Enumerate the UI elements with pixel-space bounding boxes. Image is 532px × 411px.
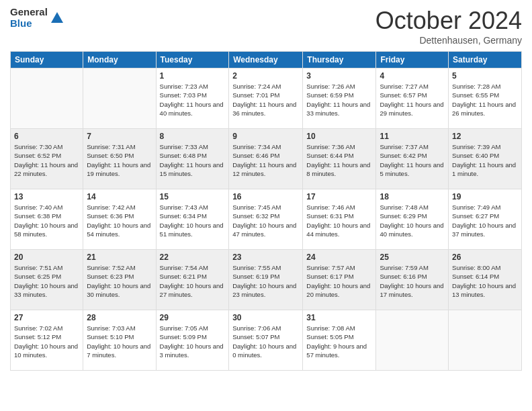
day-info: Sunrise: 7:46 AM Sunset: 6:31 PM Dayligh… <box>306 203 372 238</box>
table-row: 10Sunrise: 7:36 AM Sunset: 6:44 PM Dayli… <box>303 129 376 189</box>
day-number: 26 <box>452 253 518 262</box>
day-info: Sunrise: 7:27 AM Sunset: 6:57 PM Dayligh… <box>380 82 445 118</box>
header: General Blue October 2024 Dettenhausen, … <box>10 7 522 46</box>
day-number: 10 <box>306 132 372 141</box>
table-row: 25Sunrise: 7:59 AM Sunset: 6:16 PM Dayli… <box>376 250 449 310</box>
table-row: 8Sunrise: 7:33 AM Sunset: 6:48 PM Daylig… <box>156 129 229 189</box>
location: Dettenhausen, Germany <box>375 35 522 46</box>
day-number: 8 <box>160 132 226 141</box>
col-saturday: Saturday <box>449 52 522 68</box>
day-number: 20 <box>14 253 79 262</box>
table-row <box>449 310 522 371</box>
day-info: Sunrise: 7:49 AM Sunset: 6:27 PM Dayligh… <box>452 203 518 238</box>
calendar-header-row: Sunday Monday Tuesday Wednesday Thursday… <box>11 52 522 68</box>
table-row: 5Sunrise: 7:28 AM Sunset: 6:55 PM Daylig… <box>449 68 522 129</box>
table-row: 11Sunrise: 7:37 AM Sunset: 6:42 PM Dayli… <box>376 129 449 189</box>
day-info: Sunrise: 7:45 AM Sunset: 6:32 PM Dayligh… <box>232 203 299 238</box>
day-number: 15 <box>160 192 226 201</box>
day-number: 12 <box>452 132 518 141</box>
day-number: 13 <box>14 192 79 201</box>
day-number: 11 <box>380 132 445 141</box>
table-row: 17Sunrise: 7:46 AM Sunset: 6:31 PM Dayli… <box>303 189 376 250</box>
day-info: Sunrise: 7:06 AM Sunset: 5:07 PM Dayligh… <box>232 324 299 359</box>
day-number: 4 <box>380 71 445 81</box>
table-row: 31Sunrise: 7:08 AM Sunset: 5:05 PM Dayli… <box>303 310 376 371</box>
table-row: 14Sunrise: 7:42 AM Sunset: 6:36 PM Dayli… <box>83 189 156 250</box>
calendar-week-row: 6Sunrise: 7:30 AM Sunset: 6:52 PM Daylig… <box>11 129 522 189</box>
table-row: 22Sunrise: 7:54 AM Sunset: 6:21 PM Dayli… <box>156 250 229 310</box>
day-info: Sunrise: 7:40 AM Sunset: 6:38 PM Dayligh… <box>14 203 79 238</box>
day-info: Sunrise: 7:08 AM Sunset: 5:05 PM Dayligh… <box>306 324 372 359</box>
col-thursday: Thursday <box>303 52 376 68</box>
calendar-week-row: 1Sunrise: 7:23 AM Sunset: 7:03 PM Daylig… <box>11 68 522 129</box>
calendar-week-row: 13Sunrise: 7:40 AM Sunset: 6:38 PM Dayli… <box>11 189 522 250</box>
table-row: 1Sunrise: 7:23 AM Sunset: 7:03 PM Daylig… <box>156 68 229 129</box>
month-title: October 2024 <box>375 7 522 35</box>
logo-text: General Blue <box>10 7 48 29</box>
day-number: 19 <box>452 192 518 201</box>
calendar-table: Sunday Monday Tuesday Wednesday Thursday… <box>10 51 522 371</box>
day-number: 23 <box>232 253 299 262</box>
day-info: Sunrise: 7:39 AM Sunset: 6:40 PM Dayligh… <box>452 142 518 178</box>
table-row: 9Sunrise: 7:34 AM Sunset: 6:46 PM Daylig… <box>229 129 303 189</box>
day-info: Sunrise: 7:23 AM Sunset: 7:03 PM Dayligh… <box>160 82 226 118</box>
day-number: 29 <box>160 313 226 322</box>
table-row: 29Sunrise: 7:05 AM Sunset: 5:09 PM Dayli… <box>156 310 229 371</box>
day-info: Sunrise: 7:30 AM Sunset: 6:52 PM Dayligh… <box>14 142 79 178</box>
title-area: October 2024 Dettenhausen, Germany <box>375 7 522 46</box>
table-row <box>83 68 156 129</box>
day-number: 28 <box>87 313 152 322</box>
day-number: 1 <box>160 71 226 81</box>
day-info: Sunrise: 7:59 AM Sunset: 6:16 PM Dayligh… <box>380 263 445 299</box>
day-number: 16 <box>232 192 299 201</box>
day-info: Sunrise: 7:55 AM Sunset: 6:19 PM Dayligh… <box>232 263 299 299</box>
day-number: 25 <box>380 253 445 262</box>
day-info: Sunrise: 7:43 AM Sunset: 6:34 PM Dayligh… <box>160 203 226 238</box>
table-row: 7Sunrise: 7:31 AM Sunset: 6:50 PM Daylig… <box>83 129 156 189</box>
table-row <box>376 310 449 371</box>
logo-icon <box>50 11 64 26</box>
day-info: Sunrise: 7:48 AM Sunset: 6:29 PM Dayligh… <box>380 203 445 238</box>
table-row: 26Sunrise: 8:00 AM Sunset: 6:14 PM Dayli… <box>449 250 522 310</box>
day-info: Sunrise: 7:31 AM Sunset: 6:50 PM Dayligh… <box>87 142 152 178</box>
table-row: 28Sunrise: 7:03 AM Sunset: 5:10 PM Dayli… <box>83 310 156 371</box>
table-row: 27Sunrise: 7:02 AM Sunset: 5:12 PM Dayli… <box>11 310 83 371</box>
main-container: General Blue October 2024 Dettenhausen, … <box>0 0 532 377</box>
day-info: Sunrise: 7:05 AM Sunset: 5:09 PM Dayligh… <box>160 324 226 359</box>
day-info: Sunrise: 7:42 AM Sunset: 6:36 PM Dayligh… <box>87 203 152 238</box>
day-info: Sunrise: 7:26 AM Sunset: 6:59 PM Dayligh… <box>306 82 372 118</box>
day-info: Sunrise: 7:28 AM Sunset: 6:55 PM Dayligh… <box>452 82 518 118</box>
table-row: 30Sunrise: 7:06 AM Sunset: 5:07 PM Dayli… <box>229 310 303 371</box>
day-info: Sunrise: 7:57 AM Sunset: 6:17 PM Dayligh… <box>306 263 372 299</box>
table-row <box>11 68 83 129</box>
day-number: 22 <box>160 253 226 262</box>
day-number: 17 <box>306 192 372 201</box>
table-row: 15Sunrise: 7:43 AM Sunset: 6:34 PM Dayli… <box>156 189 229 250</box>
day-number: 2 <box>232 71 299 81</box>
table-row: 4Sunrise: 7:27 AM Sunset: 6:57 PM Daylig… <box>376 68 449 129</box>
table-row: 21Sunrise: 7:52 AM Sunset: 6:23 PM Dayli… <box>83 250 156 310</box>
table-row: 12Sunrise: 7:39 AM Sunset: 6:40 PM Dayli… <box>449 129 522 189</box>
day-info: Sunrise: 7:24 AM Sunset: 7:01 PM Dayligh… <box>232 82 299 118</box>
table-row: 18Sunrise: 7:48 AM Sunset: 6:29 PM Dayli… <box>376 189 449 250</box>
day-number: 24 <box>306 253 372 262</box>
day-info: Sunrise: 7:34 AM Sunset: 6:46 PM Dayligh… <box>232 142 299 178</box>
calendar-week-row: 27Sunrise: 7:02 AM Sunset: 5:12 PM Dayli… <box>11 310 522 371</box>
day-info: Sunrise: 7:52 AM Sunset: 6:23 PM Dayligh… <box>87 263 152 299</box>
col-friday: Friday <box>376 52 449 68</box>
day-number: 21 <box>87 253 152 262</box>
day-info: Sunrise: 7:03 AM Sunset: 5:10 PM Dayligh… <box>87 324 152 359</box>
day-number: 18 <box>380 192 445 201</box>
table-row: 3Sunrise: 7:26 AM Sunset: 6:59 PM Daylig… <box>303 68 376 129</box>
logo-blue: Blue <box>10 18 48 30</box>
day-info: Sunrise: 8:00 AM Sunset: 6:14 PM Dayligh… <box>452 263 518 299</box>
day-number: 30 <box>232 313 299 322</box>
table-row: 16Sunrise: 7:45 AM Sunset: 6:32 PM Dayli… <box>229 189 303 250</box>
day-number: 31 <box>306 313 372 322</box>
table-row: 13Sunrise: 7:40 AM Sunset: 6:38 PM Dayli… <box>11 189 83 250</box>
logo-general: General <box>10 7 48 18</box>
col-wednesday: Wednesday <box>229 52 303 68</box>
day-number: 14 <box>87 192 152 201</box>
col-sunday: Sunday <box>11 52 83 68</box>
col-tuesday: Tuesday <box>156 52 229 68</box>
